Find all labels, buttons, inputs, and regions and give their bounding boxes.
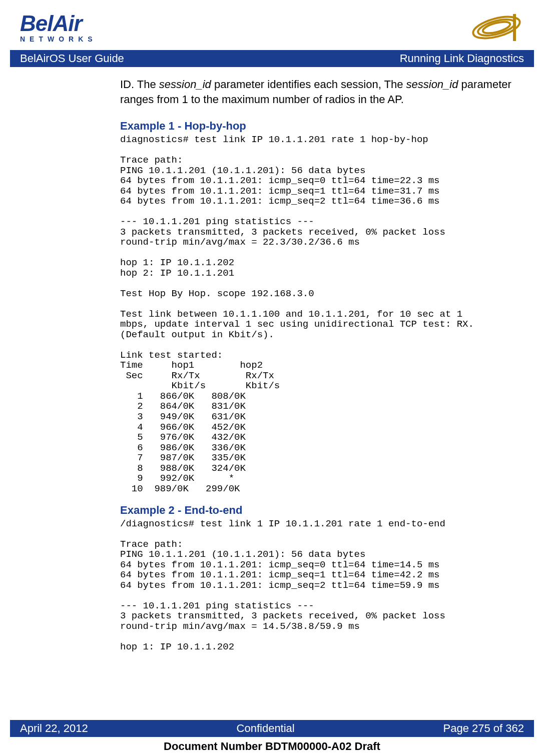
para-text: parameter identifies each session, The [211, 78, 406, 91]
content: ID. The session_id parameter identifies … [0, 67, 544, 652]
footer-confidential: Confidential [237, 722, 295, 735]
logo-main-text: BelAir [20, 13, 97, 35]
header: BelAir NETWORKS [0, 0, 544, 50]
footer-bar: April 22, 2012 Confidential Page 275 of … [10, 720, 534, 737]
svg-point-1 [476, 17, 516, 39]
section-title: Running Link Diagnostics [400, 52, 524, 65]
example-1-heading: Example 1 - Hop-by-hop [120, 119, 524, 134]
logo-sub-text: NETWORKS [20, 36, 97, 43]
session-id-em-1: session_id [159, 78, 211, 91]
session-id-em-2: session_id [406, 78, 458, 91]
title-bar: BelAirOS User Guide Running Link Diagnos… [10, 50, 534, 67]
footer-date: April 22, 2012 [20, 722, 88, 735]
example-1-code: diagnostics# test link IP 10.1.1.201 rat… [120, 135, 524, 494]
guide-title: BelAirOS User Guide [20, 52, 124, 65]
logo: BelAir NETWORKS [20, 13, 97, 43]
svg-rect-3 [513, 14, 516, 41]
para-text: ID. The [120, 78, 159, 91]
example-2-heading: Example 2 - End-to-end [120, 503, 524, 518]
page: BelAir NETWORKS BelAirOS User Guide Runn… [0, 0, 544, 756]
swoosh-icon [469, 10, 524, 45]
footer-page: Page 275 of 362 [443, 722, 524, 735]
body-paragraph: ID. The session_id parameter identifies … [120, 77, 524, 107]
example-2-code: /diagnostics# test link 1 IP 10.1.1.201 … [120, 519, 524, 652]
document-number: Document Number BDTM00000-A02 Draft [0, 740, 544, 753]
